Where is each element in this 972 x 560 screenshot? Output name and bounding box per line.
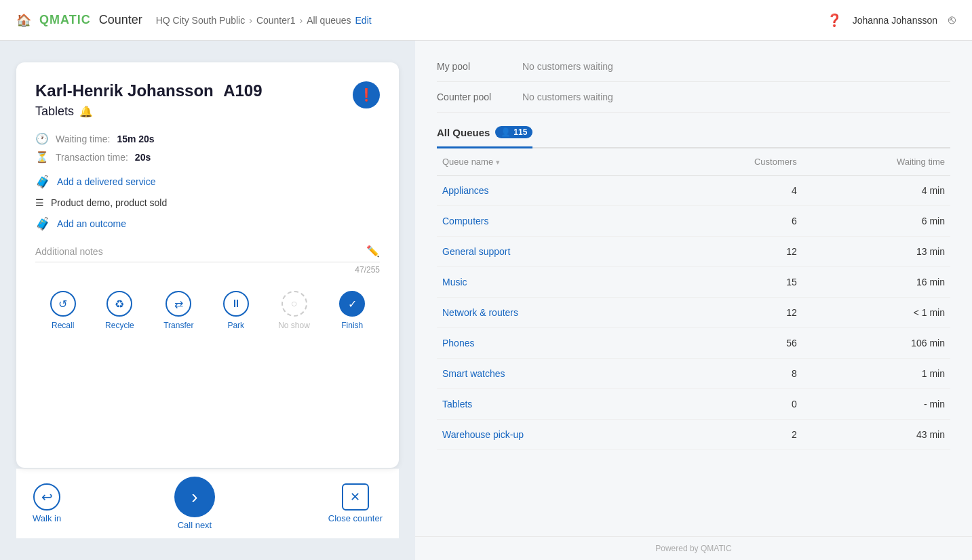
queue-name-cell[interactable]: Appliances xyxy=(437,176,668,206)
table-row[interactable]: General support 12 13 min xyxy=(437,237,950,267)
app-title: Counter xyxy=(99,13,142,27)
tab-all-queues[interactable]: All Queues 👤 115 xyxy=(437,118,532,148)
help-icon[interactable]: ❓ xyxy=(827,13,842,28)
waiting-time-row: 🕐 Waiting time: 15m 20s xyxy=(35,132,380,145)
queue-name-cell[interactable]: Computers xyxy=(437,206,668,237)
customer-name: Karl-Henrik Johansson xyxy=(35,81,214,100)
close-counter-button[interactable]: ✕ Close counter xyxy=(328,483,383,523)
finish-button[interactable]: ✓ Finish xyxy=(339,291,365,330)
recall-label: Recall xyxy=(52,321,74,330)
queue-table: Queue name ▾ Customers Waiting time Appl… xyxy=(437,148,950,450)
close-counter-label: Close counter xyxy=(328,513,383,523)
pool-section: My pool No customers waiting Counter poo… xyxy=(415,41,972,113)
col-queue-name: Queue name ▾ xyxy=(437,148,668,176)
add-outcome-label: Add an outcome xyxy=(57,218,126,229)
transaction-time-value: 20s xyxy=(135,152,151,163)
notes-section: Additional notes ✏️ xyxy=(35,245,380,262)
col-waiting-time: Waiting time xyxy=(802,148,950,176)
breadcrumb-chevron-2: › xyxy=(299,15,303,26)
logout-icon[interactable]: ⎋ xyxy=(948,13,956,27)
tab-count-badge: 👤 115 xyxy=(495,126,532,138)
queue-name-cell[interactable]: General support xyxy=(437,237,668,267)
recycle-icon: ♻ xyxy=(106,291,132,317)
walk-in-label: Walk in xyxy=(33,513,61,523)
my-pool-row: My pool No customers waiting xyxy=(437,52,950,82)
table-row[interactable]: Tablets 0 - min xyxy=(437,389,950,420)
breadcrumb-queues: All queues xyxy=(307,15,351,26)
tab-count: 115 xyxy=(513,127,527,137)
breadcrumb-chevron-1: › xyxy=(249,15,252,26)
customers-cell: 56 xyxy=(668,328,802,359)
left-panel: Karl-Henrik Johansson A109 Tablets 🔔 ❗ 🕐… xyxy=(0,41,415,560)
service-upload-icon: 🔔 xyxy=(79,105,93,118)
recycle-label: Recycle xyxy=(105,321,134,330)
customer-meta: 🕐 Waiting time: 15m 20s ⏳ Transaction ti… xyxy=(35,132,380,163)
people-icon: 👤 xyxy=(501,127,511,137)
walk-in-button[interactable]: ↩ Walk in xyxy=(33,483,61,523)
brand-logo: QMATIC xyxy=(39,13,91,27)
add-outcome-button[interactable]: 🧳 Add an outcome xyxy=(35,216,380,231)
home-icon[interactable]: 🏠 xyxy=(16,13,31,28)
tab-all-queues-label: All Queues xyxy=(437,127,490,138)
table-row[interactable]: Computers 6 6 min xyxy=(437,206,950,237)
transfer-button[interactable]: ⇄ Transfer xyxy=(163,291,193,330)
list-icon: ☰ xyxy=(35,197,44,208)
table-row[interactable]: Smart watches 8 1 min xyxy=(437,359,950,389)
waiting-time-cell: 6 min xyxy=(802,206,950,237)
no-show-button[interactable]: ○ No show xyxy=(278,291,310,330)
recall-button[interactable]: ↺ Recall xyxy=(50,291,76,330)
my-pool-status: No customers waiting xyxy=(522,61,613,72)
right-panel: My pool No customers waiting Counter poo… xyxy=(415,41,972,560)
customer-info: Karl-Henrik Johansson A109 Tablets 🔔 xyxy=(35,81,263,119)
footer: Powered by QMATIC xyxy=(415,536,972,560)
counter-pool-label: Counter pool xyxy=(437,92,511,102)
queue-name-cell[interactable]: Phones xyxy=(437,328,668,359)
recall-icon: ↺ xyxy=(50,291,76,317)
action-buttons: ↺ Recall ♻ Recycle ⇄ Transfer ⏸ Park ○ xyxy=(35,291,380,330)
queue-name-cell[interactable]: Smart watches xyxy=(437,359,668,389)
recycle-button[interactable]: ♻ Recycle xyxy=(105,291,134,330)
waiting-time-cell: 1 min xyxy=(802,359,950,389)
call-next-button[interactable]: › Call next xyxy=(174,477,215,530)
add-service-label: Add a delivered service xyxy=(57,176,156,187)
finish-label: Finish xyxy=(341,321,363,330)
queue-name-cell[interactable]: Tablets xyxy=(437,389,668,420)
queue-name-cell[interactable]: Music xyxy=(437,267,668,298)
service-name: Tablets 🔔 xyxy=(35,104,263,119)
park-button[interactable]: ⏸ Park xyxy=(223,291,249,330)
walk-in-icon: ↩ xyxy=(33,483,60,511)
tabs-section: All Queues 👤 115 xyxy=(415,118,972,148)
breadcrumb-edit-link[interactable]: Edit xyxy=(355,15,372,26)
breadcrumb: HQ City South Public › Counter1 › All qu… xyxy=(156,15,372,26)
park-label: Park xyxy=(227,321,244,330)
waiting-time-cell: 106 min xyxy=(802,328,950,359)
my-pool-label: My pool xyxy=(437,61,511,72)
waiting-time-cell: 4 min xyxy=(802,176,950,206)
add-service-button[interactable]: 🧳 Add a delivered service xyxy=(35,174,380,189)
call-next-icon: › xyxy=(174,477,215,517)
clock-icon: 🕐 xyxy=(35,132,49,145)
top-navigation: 🏠 QMATIC Counter HQ City South Public › … xyxy=(0,0,972,41)
delivered-service-row: ☰ Product demo, product sold xyxy=(35,197,380,208)
table-row[interactable]: Appliances 4 4 min xyxy=(437,176,950,206)
no-show-icon: ○ xyxy=(281,291,307,317)
sort-icon[interactable]: ▾ xyxy=(496,158,500,166)
table-row[interactable]: Network & routers 12 < 1 min xyxy=(437,298,950,328)
customers-cell: 4 xyxy=(668,176,802,206)
table-row[interactable]: Warehouse pick-up 2 43 min xyxy=(437,420,950,450)
table-row[interactable]: Phones 56 106 min xyxy=(437,328,950,359)
waiting-time-cell: 43 min xyxy=(802,420,950,450)
transfer-label: Transfer xyxy=(163,321,193,330)
notes-edit-icon[interactable]: ✏️ xyxy=(366,245,380,258)
breadcrumb-location: HQ City South Public xyxy=(156,15,246,26)
queue-name-cell[interactable]: Warehouse pick-up xyxy=(437,420,668,450)
delivered-service-text: Product demo, product sold xyxy=(51,197,167,208)
queue-name-cell[interactable]: Network & routers xyxy=(437,298,668,328)
customers-cell: 15 xyxy=(668,267,802,298)
table-row[interactable]: Music 15 16 min xyxy=(437,267,950,298)
customer-card-header: Karl-Henrik Johansson A109 Tablets 🔔 ❗ xyxy=(35,81,380,119)
waiting-time-cell: 13 min xyxy=(802,237,950,267)
close-counter-icon: ✕ xyxy=(342,483,369,511)
customer-name-ticket: Karl-Henrik Johansson A109 xyxy=(35,81,263,100)
col-customers: Customers xyxy=(668,148,802,176)
